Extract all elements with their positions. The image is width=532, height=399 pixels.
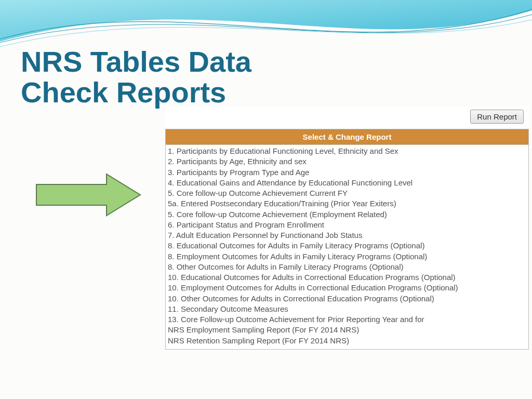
panel-header: Select & Change Report xyxy=(165,129,529,145)
report-item[interactable]: NRS Employment Sampling Report (For FY 2… xyxy=(168,325,526,335)
arrow-icon xyxy=(34,171,143,218)
report-item[interactable]: 4. Educational Gains and Attendance by E… xyxy=(168,178,526,188)
report-list[interactable]: 1. Participants by Educational Functioni… xyxy=(165,145,529,350)
report-item[interactable]: 10. Employment Outcomes for Adults in Co… xyxy=(168,283,526,293)
report-panel: Run Report Select & Change Report 1. Par… xyxy=(165,107,529,350)
run-report-button[interactable]: Run Report xyxy=(470,110,524,124)
report-item[interactable]: 5a. Entered Postsecondary Education/Trai… xyxy=(168,198,526,209)
report-item[interactable]: 10. Educational Outcomes for Adults in C… xyxy=(168,272,526,283)
svg-marker-0 xyxy=(36,174,140,216)
slide-title: NRS Tables Data Check Reports xyxy=(21,47,332,108)
report-item[interactable]: NRS Retention Sampling Report (For FY 20… xyxy=(168,336,526,346)
report-item[interactable]: 13. Core Follow-up Outcome Achievement f… xyxy=(168,314,526,325)
report-item[interactable]: 10. Other Outcomes for Adults in Correct… xyxy=(168,294,526,304)
report-item[interactable]: 1. Participants by Educational Functioni… xyxy=(168,146,526,156)
report-item[interactable]: 3. Participants by Program Type and Age xyxy=(168,167,526,178)
report-item[interactable]: 6. Participant Status and Program Enroll… xyxy=(168,220,526,230)
report-item[interactable]: 11. Secondary Outcome Measures xyxy=(168,304,526,314)
report-item[interactable]: 8. Educational Outcomes for Adults in Fa… xyxy=(168,241,526,251)
report-item[interactable]: 2. Participants by Age, Ethnicity and se… xyxy=(168,156,526,167)
report-item[interactable]: 8. Other Outcomes for Adults in Family L… xyxy=(168,262,526,272)
report-item[interactable]: 5. Core follow-up Outcome Achievement Cu… xyxy=(168,188,526,198)
report-item[interactable]: 8. Employment Outcomes for Adults in Fam… xyxy=(168,251,526,262)
report-item[interactable]: 5. Core follow-up Outcome Achievement (E… xyxy=(168,209,526,220)
report-item[interactable]: 7. Adult Education Personnel by Function… xyxy=(168,230,526,241)
